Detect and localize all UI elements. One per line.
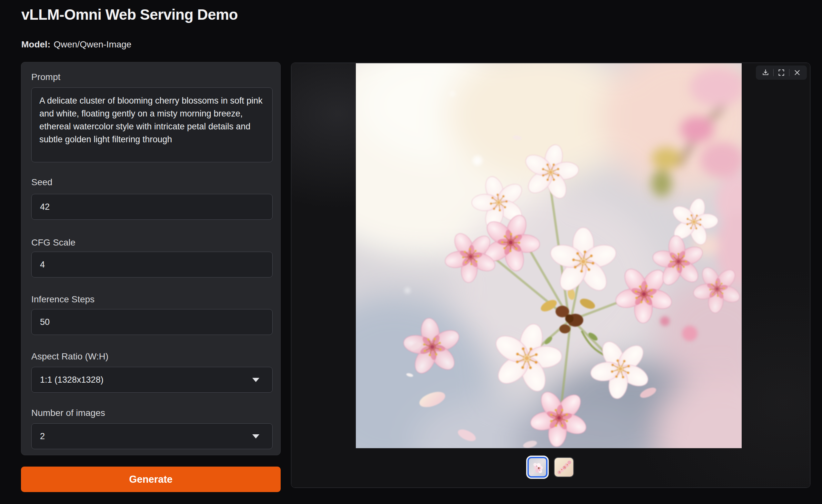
close-button[interactable] [789,67,805,78]
model-label: Model: [21,39,50,49]
chevron-down-icon [252,434,259,439]
page-title: vLLM-Omni Web Serving Demo [21,6,238,23]
aspect-ratio-select[interactable]: 1:1 (1328x1328) [31,367,273,393]
cfg-scale-label: CFG Scale [31,237,75,248]
preview-image[interactable] [356,63,742,448]
prompt-textarea[interactable]: A delicate cluster of blooming cherry bl… [31,87,273,162]
num-images-label: Number of images [31,408,105,418]
close-icon [793,68,801,77]
inference-steps-label: Inference Steps [31,294,94,305]
aspect-ratio-label: Aspect Ratio (W:H) [31,351,108,362]
model-line: Model:Qwen/Qwen-Image [21,39,131,50]
download-button[interactable] [758,67,773,78]
preview-toolbar [756,65,807,80]
generation-settings-panel: Prompt A delicate cluster of blooming ch… [21,62,281,455]
fullscreen-button[interactable] [774,67,789,78]
num-images-select[interactable]: 2 [31,423,273,449]
thumbnail-strip [291,457,810,478]
fullscreen-icon [777,68,786,77]
generate-button[interactable]: Generate [21,467,281,492]
gallery-panel [291,63,810,488]
seed-input[interactable] [31,194,273,220]
model-value: Qwen/Qwen-Image [54,39,131,49]
num-images-value: 2 [40,431,45,441]
chevron-down-icon [252,378,259,382]
cfg-scale-input[interactable] [31,252,273,278]
prompt-label: Prompt [31,72,60,82]
seed-label: Seed [31,177,52,187]
aspect-ratio-value: 1:1 (1328x1328) [40,375,103,385]
thumbnail-2[interactable] [554,457,574,477]
thumbnail-selected[interactable] [527,457,547,478]
download-icon [761,68,770,77]
inference-steps-input[interactable] [31,309,273,335]
